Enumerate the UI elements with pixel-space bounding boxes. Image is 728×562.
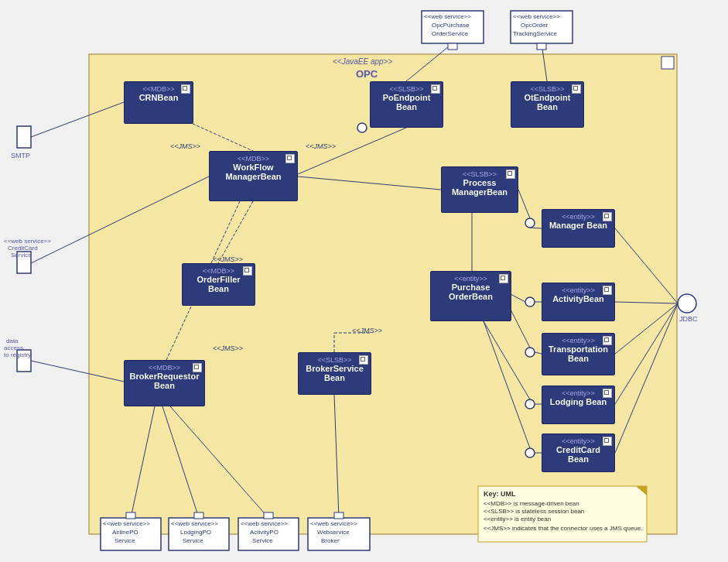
workflow-manager-bean: <<MDB>> WorkFlow ManagerBean	[209, 151, 298, 201]
process-manager-bean: <<SLSB>> Process ManagerBean	[441, 166, 518, 213]
svg-point-88	[357, 123, 367, 132]
svg-text:Service: Service	[11, 252, 32, 259]
svg-line-53	[615, 228, 678, 303]
svg-text:<<JMS>>: <<JMS>>	[213, 255, 243, 263]
svg-text:OrderService: OrderService	[432, 30, 469, 37]
svg-line-31	[31, 102, 124, 137]
svg-rect-62	[101, 518, 161, 550]
svg-line-54	[615, 302, 678, 303]
svg-rect-11	[17, 252, 31, 273]
svg-line-45	[511, 310, 530, 348]
svg-line-39	[530, 228, 542, 228]
svg-line-55	[615, 303, 678, 354]
svg-rect-82	[126, 512, 135, 519]
activity-bean: <<entity>> ActivityBean	[542, 283, 615, 321]
svg-line-35	[218, 201, 253, 263]
svg-rect-74	[308, 518, 370, 550]
svg-rect-9	[17, 126, 31, 148]
svg-text:<<JMS>>: <<JMS>>	[352, 327, 382, 334]
broker-requestor-bean: <<MDB>> BrokerRequestor Bean	[124, 360, 205, 406]
svg-point-50	[525, 448, 535, 457]
svg-text:<<web service>>: <<web service>>	[103, 520, 150, 527]
svg-rect-87	[537, 43, 546, 50]
manager-bean: <<entity>> Manager Bean	[542, 209, 615, 248]
svg-text:<<web service>>: <<web service>>	[241, 520, 288, 527]
ot-endpoint-bean: <<SLSB>> OtEndpoint Bean	[511, 81, 584, 128]
svg-line-80	[170, 406, 268, 518]
svg-line-81	[334, 395, 339, 518]
svg-text:SMTP: SMTP	[11, 152, 30, 159]
svg-text:Service: Service	[252, 537, 273, 544]
svg-text:CreditCard: CreditCard	[8, 245, 38, 252]
svg-rect-70	[238, 518, 299, 550]
svg-text:AirlinePO: AirlinePO	[112, 529, 138, 536]
svg-rect-84	[264, 512, 273, 519]
purchase-order-bean: <<entity>> Purchase OrderBean	[430, 271, 511, 321]
svg-text:data: data	[6, 338, 19, 344]
svg-text:<<web service>>: <<web service>>	[424, 13, 471, 20]
svg-text:JDBC: JDBC	[679, 315, 698, 323]
svg-text:LodgingPO: LodgingPO	[180, 529, 211, 536]
svg-text:<<JMS>>: <<JMS>>	[170, 142, 200, 150]
svg-line-33	[298, 128, 406, 174]
po-endpoint-bean: <<SLSB>> PoEndpoint Bean	[370, 81, 443, 128]
svg-line-30	[542, 43, 547, 81]
svg-text:ActivityPO: ActivityPO	[250, 529, 279, 536]
svg-text:Key: UML: Key: UML	[484, 490, 516, 498]
svg-rect-21	[422, 11, 484, 43]
svg-text:<<JMS>>: <<JMS>>	[306, 142, 336, 150]
svg-rect-15	[17, 350, 31, 372]
svg-line-56	[615, 303, 678, 404]
svg-rect-85	[334, 512, 343, 519]
svg-text:OPC: OPC	[356, 68, 378, 80]
svg-line-59	[31, 361, 128, 382]
svg-text:OpcPurchase: OpcPurchase	[432, 22, 470, 29]
lodging-bean: <<entity>> Lodging Bean	[542, 386, 615, 424]
svg-text:Service: Service	[183, 537, 203, 544]
broker-service-bean: <<SLSB>> BrokerService Bean	[298, 352, 371, 395]
svg-text:<<MDB>> is message-driven bean: <<MDB>> is message-driven bean	[484, 500, 579, 507]
svg-text:<<JMS>> indicates that the con: <<JMS>> indicates that the connector use…	[484, 525, 642, 532]
svg-text:to registry: to registry	[4, 351, 31, 358]
svg-line-51	[484, 321, 530, 448]
svg-line-38	[518, 190, 530, 218]
svg-line-57	[615, 303, 678, 453]
svg-rect-89	[478, 486, 647, 542]
svg-rect-83	[194, 512, 203, 519]
svg-text:<<web service>>: <<web service>>	[4, 238, 51, 245]
svg-line-58	[31, 176, 209, 263]
svg-rect-1	[661, 57, 674, 69]
transportation-bean: <<entity>> Transportation Bean	[542, 333, 615, 375]
svg-point-19	[678, 294, 696, 313]
svg-line-79	[162, 406, 199, 518]
crn-bean: <<MDB>> CRNBean	[124, 81, 193, 124]
svg-text:<<JavaEE app>>: <<JavaEE app>>	[333, 57, 392, 66]
svg-text:<<entity>> is entity bean: <<entity>> is entity bean	[484, 516, 551, 523]
svg-point-44	[525, 348, 535, 357]
order-filler-bean: <<MDB>> OrderFiller Bean	[182, 263, 255, 306]
svg-text:<<SLSB>> is stateless session : <<SLSB>> is stateless session bean	[484, 508, 584, 515]
svg-text:access: access	[4, 344, 23, 351]
creditcard-entity-bean: <<entity>> CreditCard Bean	[542, 433, 615, 472]
svg-text:TrackingService: TrackingService	[513, 30, 558, 37]
svg-line-48	[484, 321, 530, 399]
svg-line-42	[511, 294, 525, 302]
svg-text:<<web service>>: <<web service>>	[513, 13, 560, 20]
svg-text:Service: Service	[114, 537, 135, 544]
svg-text:Broker: Broker	[321, 537, 340, 544]
svg-line-34	[298, 176, 441, 190]
svg-text:<<JMS>>: <<JMS>>	[213, 344, 243, 352]
svg-line-78	[131, 406, 155, 518]
svg-rect-66	[169, 518, 229, 550]
svg-rect-86	[448, 43, 457, 50]
svg-text:Webservice: Webservice	[317, 529, 350, 536]
svg-line-29	[406, 43, 453, 81]
svg-text:OpcOrder: OpcOrder	[521, 22, 548, 29]
svg-line-46	[535, 352, 542, 354]
svg-marker-95	[636, 486, 647, 495]
svg-text:<<web service>>: <<web service>>	[171, 520, 218, 527]
svg-rect-25	[511, 11, 572, 43]
svg-point-37	[525, 218, 535, 228]
svg-point-41	[525, 297, 535, 307]
svg-point-47	[525, 399, 535, 409]
